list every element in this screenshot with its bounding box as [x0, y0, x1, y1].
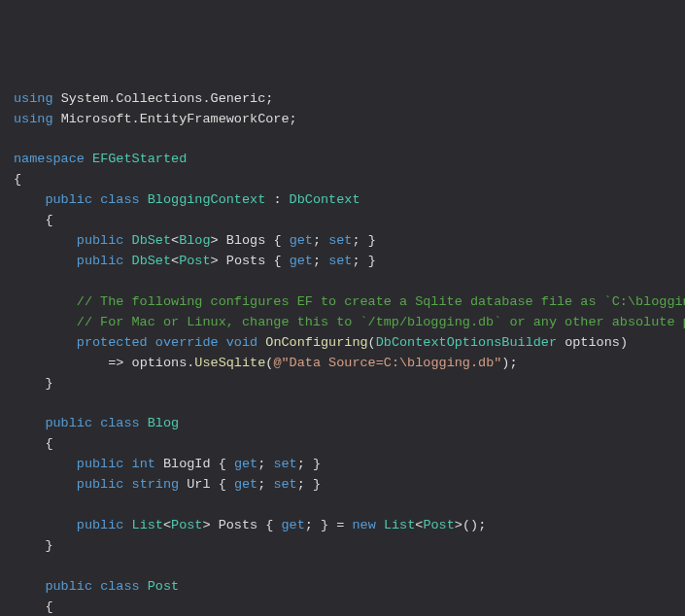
type-arg: Blog	[179, 233, 210, 248]
semicolon: ;	[509, 356, 517, 370]
type-arg: Post	[171, 518, 202, 532]
gt: >	[202, 518, 210, 532]
identifier: options	[132, 356, 188, 370]
semicolon: ;	[305, 518, 313, 532]
lt: <	[171, 233, 179, 248]
eq: =	[336, 518, 344, 532]
type-generic: List	[384, 518, 415, 532]
keyword-using: using	[14, 91, 53, 106]
lparen: (	[462, 518, 470, 532]
keyword-public: public	[77, 233, 124, 248]
property-name: Blogs	[226, 233, 266, 248]
class-name: BloggingContext	[148, 192, 266, 207]
base-type: DbContext	[290, 192, 360, 207]
semicolon: ;	[257, 457, 265, 471]
gt: >	[455, 518, 462, 532]
brace-close: }	[368, 254, 376, 268]
keyword-get: get	[290, 233, 313, 248]
type-int: int	[132, 457, 155, 471]
method-name: OnConfiguring	[265, 335, 367, 350]
brace-close: }	[321, 518, 328, 532]
gt: >	[211, 254, 219, 268]
semicolon: ;	[290, 112, 297, 126]
keyword-public: public	[77, 477, 124, 492]
brace-open: {	[14, 172, 21, 187]
keyword-class: class	[100, 192, 140, 207]
brace-open: {	[273, 233, 281, 248]
semicolon: ;	[478, 518, 486, 532]
keyword-void: void	[226, 335, 257, 350]
property-name: Url	[187, 477, 210, 492]
comment-line: // For Mac or Linux, change this to `/tm…	[77, 315, 685, 329]
lt: <	[171, 254, 179, 268]
colon: :	[273, 192, 281, 207]
brace-open: {	[45, 436, 52, 451]
semicolon: ;	[352, 254, 360, 268]
keyword-using: using	[14, 112, 53, 126]
semicolon: ;	[297, 457, 305, 471]
brace-open: {	[45, 599, 52, 614]
class-name: Blog	[148, 416, 179, 430]
verbatim-at: @	[273, 356, 281, 370]
gt: >	[211, 233, 219, 248]
type-generic: DbSet	[132, 233, 172, 248]
class-name: Post	[148, 579, 179, 594]
brace-open: {	[45, 213, 52, 227]
property-name: Posts	[219, 518, 258, 532]
comment-line: // The following configures EF to create…	[77, 294, 685, 309]
type-arg: Post	[179, 254, 210, 268]
brace-close: }	[313, 457, 321, 471]
namespace-ref: Microsoft.EntityFrameworkCore	[61, 112, 290, 126]
brace-open: {	[273, 254, 281, 268]
semicolon: ;	[313, 254, 321, 268]
keyword-override: override	[155, 335, 219, 350]
namespace-ref: System.Collections.Generic	[61, 91, 266, 106]
property-name: BlogId	[163, 457, 211, 471]
keyword-public: public	[45, 192, 92, 207]
namespace-name: EFGetStarted	[92, 152, 187, 166]
keyword-set: set	[328, 254, 352, 268]
param-name: options	[565, 335, 620, 350]
keyword-class: class	[100, 416, 140, 430]
brace-close: }	[45, 538, 52, 553]
brace-open: {	[265, 518, 273, 532]
keyword-class: class	[100, 579, 140, 594]
brace-open: {	[219, 457, 226, 471]
semicolon: ;	[313, 233, 321, 248]
keyword-get: get	[234, 477, 257, 492]
keyword-protected: protected	[77, 335, 148, 350]
semicolon: ;	[352, 233, 360, 248]
keyword-public: public	[45, 416, 92, 430]
keyword-public: public	[77, 518, 124, 532]
lt: <	[163, 518, 171, 532]
keyword-set: set	[328, 233, 352, 248]
arrow: =>	[108, 356, 123, 370]
method-call: UseSqlite	[194, 356, 265, 370]
keyword-get: get	[290, 254, 313, 268]
type-generic: DbSet	[132, 254, 172, 268]
keyword-get: get	[282, 518, 305, 532]
type-arg: Post	[423, 518, 454, 532]
param-type: DbContextOptionsBuilder	[376, 335, 557, 350]
semicolon: ;	[297, 477, 305, 492]
lparen: (	[368, 335, 376, 350]
string-literal: "Data Source=C:\blogging.db"	[282, 356, 502, 370]
keyword-new: new	[352, 518, 375, 532]
semicolon: ;	[257, 477, 265, 492]
keyword-public: public	[77, 254, 124, 268]
keyword-set: set	[273, 477, 296, 492]
type-string: string	[132, 477, 180, 492]
keyword-public: public	[77, 457, 124, 471]
semicolon: ;	[265, 91, 273, 106]
keyword-public: public	[45, 579, 92, 594]
keyword-set: set	[273, 457, 296, 471]
type-generic: List	[132, 518, 163, 532]
code-block: using System.Collections.Generic; using …	[14, 91, 685, 616]
keyword-namespace: namespace	[14, 152, 85, 166]
property-name: Posts	[226, 254, 266, 268]
brace-close: }	[45, 376, 52, 391]
brace-close: }	[368, 233, 376, 248]
rparen: )	[470, 518, 478, 532]
rparen: )	[620, 335, 628, 350]
keyword-get: get	[234, 457, 257, 471]
